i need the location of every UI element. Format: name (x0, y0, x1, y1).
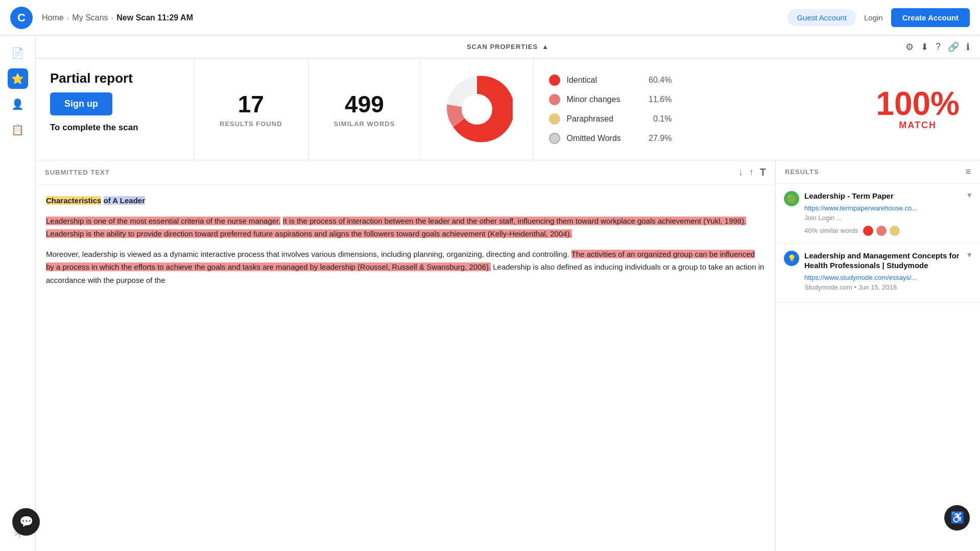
scan-props-icons: ⚙ ⬇ ? 🔗 ℹ (905, 41, 970, 53)
results-panel: RESULTS ≡ 🟢 Leadership - Term Paper http… (776, 160, 980, 551)
results-found-number: 17 (238, 90, 264, 118)
results-header: RESULTS ≡ (776, 160, 980, 184)
result-1-dots (863, 226, 900, 236)
result-2-title[interactable]: Leadership and Management Concepts for H… (804, 251, 972, 271)
results-found-label: RESULTS FOUND (220, 120, 282, 128)
similar-words-section: 499 SIMILAR WORDS (308, 58, 421, 160)
legend-pct-identical: 60.4% (647, 76, 672, 85)
sidebar-icon-compare[interactable]: 📋 (8, 119, 28, 140)
sidebar-icon-star[interactable]: ⭐ (8, 68, 28, 89)
legend-pct-paraphrased: 0.1% (647, 114, 672, 124)
result-2-sub: Studymode.com • Jun 15, 2018 (804, 283, 972, 291)
sidebar-icon-person[interactable]: 👤 (8, 94, 28, 114)
result-1-dot-1 (863, 226, 873, 236)
filter-icon[interactable]: ≡ (965, 166, 971, 177)
font-icon[interactable]: T (760, 166, 766, 178)
result-card-1: 🟢 Leadership - Term Paper https://www.te… (776, 184, 980, 244)
scroll-up-icon[interactable]: ↑ (749, 167, 754, 178)
legend-item-identical: Identical 60.4% (549, 75, 672, 86)
text-header-icons: ↓ ↑ T (738, 166, 766, 178)
logo-icon: C (10, 7, 33, 29)
settings-icon[interactable]: ⚙ (905, 41, 914, 53)
pie-chart-area (421, 58, 534, 160)
result-2-dropdown[interactable]: ▼ (966, 251, 973, 259)
breadcrumb-home[interactable]: Home (42, 13, 64, 22)
scroll-down-icon[interactable]: ↓ (738, 167, 743, 178)
legend-dot-omitted (549, 133, 560, 144)
result-1-dot-2 (876, 226, 887, 236)
login-button[interactable]: Login (864, 13, 883, 22)
legend-item-omitted: Omitted Words 27.9% (549, 133, 672, 144)
similar-words-number: 499 (345, 90, 384, 118)
help-icon[interactable]: ? (936, 41, 941, 52)
result-1-similar: 40% similar words (804, 227, 858, 234)
breadcrumb: Home › My Scans › New Scan 11:29 AM (42, 13, 193, 22)
create-account-button[interactable]: Create Account (891, 8, 970, 27)
result-2-url[interactable]: https://www.studymode.com/essays/... (804, 274, 972, 281)
result-1-sub: Join Login ... (804, 214, 972, 222)
results-found-section: 17 RESULTS FOUND (194, 58, 308, 160)
main-content: SCAN PROPERTIES ▲ ⚙ ⬇ ? 🔗 ℹ Partial repo… (36, 36, 980, 551)
complete-scan-text: To complete the scan (50, 123, 179, 133)
share-icon[interactable]: 🔗 (948, 41, 959, 53)
legend-pct-minor: 11.6% (647, 95, 672, 104)
submitted-text-panel: SUBMITTED TEXT ↓ ↑ T Characteristics of … (36, 160, 776, 551)
legend-label-identical: Identical (566, 76, 641, 85)
chat-button[interactable]: 💬 (12, 508, 40, 536)
result-2-content: Leadership and Management Concepts for H… (804, 251, 972, 295)
text-para1-part3: Leadership is the ability to provide dir… (46, 229, 572, 238)
legend-area: Identical 60.4% Minor changes 11.6% Para… (534, 58, 687, 160)
legend-item-minor: Minor changes 11.6% (549, 94, 672, 105)
results-list: 🟢 Leadership - Term Paper https://www.te… (776, 184, 980, 551)
result-1-content: Leadership - Term Paper https://www.term… (804, 191, 972, 236)
result-1-dropdown[interactable]: ▼ (966, 191, 973, 199)
result-1-footer: 40% similar words (804, 226, 972, 236)
legend-pct-omitted: 27.9% (647, 134, 672, 143)
breadcrumb-my-scans[interactable]: My Scans (72, 13, 108, 22)
top-nav: C Home › My Scans › New Scan 11:29 AM Gu… (0, 0, 980, 36)
text-para1-part2: It is the process of interaction between… (283, 217, 747, 225)
result-1-title[interactable]: Leadership - Term Paper (804, 191, 972, 201)
submitted-text-title: SUBMITTED TEXT (45, 169, 110, 176)
legend-dot-paraphrased (549, 113, 560, 125)
breadcrumb-sep-1: › (67, 14, 69, 22)
pie-chart (441, 74, 513, 145)
guest-account-button[interactable]: Guest Account (787, 9, 856, 26)
nav-right: Guest Account Login Create Account (787, 8, 970, 27)
text-title-leader: of A Leader (104, 196, 145, 205)
scan-props-chevron[interactable]: ▲ (542, 43, 549, 51)
svg-point-0 (462, 94, 492, 125)
text-para1-part1: Leadership is one of the most essential … (46, 217, 280, 225)
result-card-2: 💡 Leadership and Management Concepts for… (776, 244, 980, 303)
scan-properties-label: SCAN PROPERTIES ▲ (467, 43, 549, 51)
result-1-dot-3 (890, 226, 900, 236)
bottom-split: SUBMITTED TEXT ↓ ↑ T Characteristics of … (36, 160, 980, 551)
match-label: MATCH (899, 120, 937, 131)
partial-report-section: Partial report Sign up To complete the s… (36, 58, 194, 160)
signup-button[interactable]: Sign up (50, 92, 112, 115)
legend-item-paraphrased: Paraphrased 0.1% (549, 113, 672, 125)
text-title-characteristics: Characteristics (46, 196, 101, 205)
legend-label-paraphrased: Paraphrased (566, 114, 641, 124)
stats-row: Partial report Sign up To complete the s… (36, 58, 980, 160)
legend-dot-minor (549, 94, 560, 105)
download-icon[interactable]: ⬇ (921, 41, 928, 53)
result-1-url[interactable]: https://www.termpaperwarehouse.co... (804, 204, 972, 212)
result-1-icon: 🟢 (784, 191, 799, 206)
scan-properties-bar: SCAN PROPERTIES ▲ ⚙ ⬇ ? 🔗 ℹ (36, 36, 980, 58)
sidebar: 📄 ⭐ 👤 📋 >| (0, 36, 36, 551)
results-title: RESULTS (785, 168, 819, 176)
similar-words-label: SIMILAR WORDS (334, 120, 395, 128)
submitted-text-header: SUBMITTED TEXT ↓ ↑ T (36, 160, 775, 185)
match-percentage: 100% (876, 87, 960, 120)
info-icon[interactable]: ℹ (966, 41, 970, 53)
legend-label-omitted: Omitted Words (566, 134, 641, 143)
accessibility-button[interactable]: ♿ (944, 505, 970, 531)
sidebar-icon-add-document[interactable]: 📄 (8, 43, 28, 63)
breadcrumb-current: New Scan 11:29 AM (116, 13, 193, 22)
match-section: 100% MATCH (855, 58, 980, 160)
submitted-text-content: Characteristics of A Leader Leadership i… (36, 185, 775, 551)
breadcrumb-sep-2: › (111, 14, 114, 22)
result-2-icon: 💡 (784, 251, 799, 266)
legend-dot-identical (549, 75, 560, 86)
